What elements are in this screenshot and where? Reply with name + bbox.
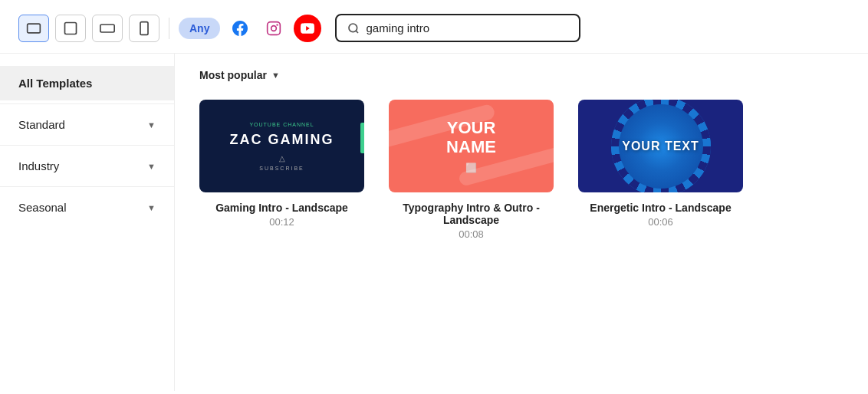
gaming-green-bar: [360, 123, 364, 153]
facebook-icon[interactable]: [226, 15, 254, 42]
sort-arrow-icon: ▼: [271, 71, 280, 80]
shape-landscape-button[interactable]: [18, 15, 49, 42]
sidebar-label-all-templates: All Templates: [18, 77, 92, 90]
energetic-circle: YOUR TEXT: [619, 104, 703, 189]
svg-rect-2: [100, 25, 114, 32]
template-card-gaming-intro[interactable]: YOUTUBE CHANNEL ZAC GAMING △ SUBSCRIBE G…: [199, 100, 364, 240]
sidebar-item-standard[interactable]: Standard ▼: [0, 107, 174, 142]
chevron-seasonal-icon: ▼: [147, 203, 156, 212]
svg-point-5: [271, 25, 277, 31]
youtube-icon[interactable]: [294, 15, 321, 42]
template-card-energetic[interactable]: YOUR TEXT Energetic Intro - Landscape 00…: [578, 100, 743, 240]
template-name-typography: Typography Intro & Outro - Landscape: [389, 202, 554, 226]
template-thumb-typography: YOURNAME ⬜: [389, 100, 554, 192]
sidebar-divider-1: [0, 103, 174, 104]
gaming-subscribe-label: SUBSCRIBE: [259, 166, 304, 171]
template-name-energetic: Energetic Intro - Landscape: [578, 202, 743, 214]
template-thumb-energetic: YOUR TEXT: [578, 100, 743, 192]
template-duration-gaming: 00:12: [199, 216, 364, 228]
shape-portrait-button[interactable]: [129, 15, 159, 42]
search-box: [335, 14, 580, 42]
sidebar-item-all-templates[interactable]: All Templates: [0, 66, 174, 100]
template-grid: YOUTUBE CHANNEL ZAC GAMING △ SUBSCRIBE G…: [199, 100, 843, 240]
instagram-icon[interactable]: [260, 15, 288, 42]
svg-line-8: [357, 31, 359, 33]
sidebar-divider-2: [0, 145, 174, 146]
sort-label[interactable]: Most popular: [199, 69, 267, 81]
energetic-your-text: YOUR TEXT: [622, 140, 699, 153]
svg-point-7: [349, 24, 357, 32]
svg-rect-1: [65, 22, 77, 34]
search-input[interactable]: [366, 21, 568, 34]
svg-rect-0: [28, 24, 41, 33]
template-duration-typography: 00:08: [389, 228, 554, 240]
template-thumb-gaming: YOUTUBE CHANNEL ZAC GAMING △ SUBSCRIBE: [199, 100, 364, 192]
sidebar-item-industry[interactable]: Industry ▼: [0, 149, 174, 183]
template-card-typography[interactable]: YOURNAME ⬜ Typography Intro & Outro - La…: [389, 100, 554, 240]
shape-square-button[interactable]: [55, 15, 86, 42]
chevron-standard-icon: ▼: [147, 120, 156, 130]
gaming-yt-label: YOUTUBE CHANNEL: [249, 122, 314, 127]
any-button[interactable]: Any: [179, 18, 220, 39]
chevron-industry-icon: ▼: [147, 162, 156, 171]
template-name-gaming: Gaming Intro - Landscape: [199, 202, 364, 214]
toolbar: Any: [0, 0, 868, 54]
svg-rect-3: [140, 21, 148, 34]
sidebar: All Templates Standard ▼ Industry ▼ Seas…: [0, 54, 175, 391]
toolbar-divider: [169, 18, 169, 39]
sidebar-label-industry: Industry: [18, 159, 59, 172]
gaming-tri-icon: △: [279, 154, 285, 163]
svg-rect-4: [268, 21, 281, 34]
shape-wide-button[interactable]: [92, 15, 123, 42]
main-layout: All Templates Standard ▼ Industry ▼ Seas…: [0, 54, 868, 391]
typography-monitor-icon: ⬜: [465, 163, 477, 173]
sidebar-divider-3: [0, 186, 174, 187]
template-duration-energetic: 00:06: [578, 216, 743, 228]
sidebar-label-standard: Standard: [18, 118, 65, 131]
sidebar-item-seasonal[interactable]: Seasonal ▼: [0, 190, 174, 225]
content-area: Most popular ▼ YOUTUBE CHANNEL ZAC GAMIN…: [175, 54, 868, 391]
svg-point-6: [278, 25, 278, 25]
sort-row: Most popular ▼: [199, 69, 843, 81]
gaming-title: ZAC GAMING: [230, 132, 334, 148]
sidebar-label-seasonal: Seasonal: [18, 201, 67, 214]
typography-your-name: YOURNAME: [446, 119, 496, 156]
search-icon: [347, 22, 360, 34]
